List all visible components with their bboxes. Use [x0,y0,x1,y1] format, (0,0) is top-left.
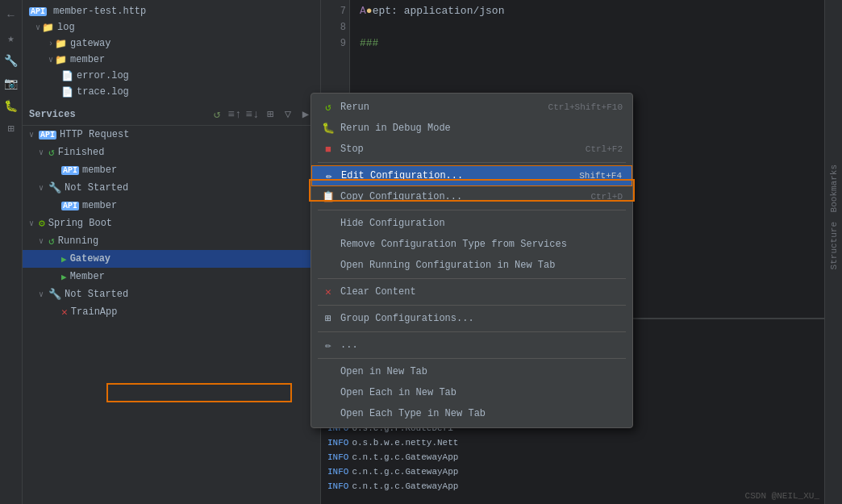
log-class-9: c.n.t.g.c.GatewayApp [352,452,458,462]
svc-not-started-1[interactable]: ∨ 🔧 Not Started [23,179,320,197]
menu-stop[interactable]: ■ Stop Ctrl+F2 [311,139,632,160]
menu-clear-content[interactable]: ✕ Clear Content [311,281,632,302]
group-btn[interactable]: ⊞ [262,106,278,123]
svc-spring-boot[interactable]: ∨ ⚙ Spring Boot [23,215,320,232]
menu-edit-config[interactable]: ✏ Edit Configuration... Shift+F4 [311,165,632,186]
rerun-shortcut: Ctrl+Shift+F10 [548,102,623,112]
sep-2 [318,210,626,210]
menu-open-new-tab[interactable]: Open in New Tab [311,361,632,382]
services-title: Services [29,109,76,120]
not-started2-label: Not Started [65,289,128,300]
context-menu: ↺ Rerun Ctrl+Shift+F10 🐛 Rerun in Debug … [311,93,633,428]
gateway-label: Gateway [70,253,110,264]
bookmark-icon[interactable]: ★ [2,29,20,47]
menu-open-running[interactable]: Open Running Configuration in New Tab [311,255,632,276]
train-app-label: TrainApp [71,306,118,318]
member-folder-label: member [70,54,105,65]
spring-boot-icon: ⚙ [39,217,45,230]
gateway-folder-arrow: › [48,40,53,48]
menu-ellipsis[interactable]: ✏ ... [311,335,632,356]
log-class-8: o.s.b.w.e.netty.Nett [352,438,458,448]
not-started2-arrow: ∨ [39,289,47,299]
tree-item-log[interactable]: ∨ 📁 log [23,19,320,35]
hash-comment: ### [360,37,378,49]
back-icon[interactable]: ← [2,6,20,24]
menu-remove-config[interactable]: Remove Configuration Type from Services [311,234,632,255]
menu-copy-config[interactable]: 📋 Copy Configuration... Ctrl+D [311,186,632,207]
http-request-label: HTTP Request [60,129,129,140]
sep-4 [318,305,626,306]
http-api-icon: API [39,131,56,140]
member-folder-icon: 📁 [55,54,67,66]
file-tree: API member-test.http ∨ 📁 log › 📁 gateway… [23,0,320,103]
camera-icon[interactable]: 📷 [2,74,20,92]
collapse-btn[interactable]: ≡↓ [244,106,261,123]
menu-hide-config[interactable]: Hide Configuration [311,213,632,234]
open-each-type-label: Open Each Type in New Tab [340,408,486,419]
edit-config-label: Edit Configuration... [341,170,463,181]
log-class-10: c.n.t.g.c.GatewayApp [352,467,458,477]
rerun-label: Rerun [340,102,369,113]
log-class-11: c.n.t.g.c.GatewayApp [352,481,458,491]
log-folder-icon: 📁 [42,22,54,34]
gateway-folder-icon: 📁 [55,38,67,50]
sep-1 [318,162,626,163]
structure-tab[interactable]: Structure [827,219,840,273]
menu-open-each-type[interactable]: Open Each Type in New Tab [311,403,632,424]
log-info-8: INFO [327,438,348,448]
refresh-btn[interactable]: ↺ [209,106,225,123]
svc-gateway[interactable]: ▶ Gateway [23,250,320,268]
edit-config-icon: ✏ [322,169,336,182]
not-started1-arrow: ∨ [39,183,47,193]
settings-icon[interactable]: 🔧 [2,52,20,69]
filter-btn[interactable]: ▽ [280,106,296,123]
svc-member-2[interactable]: API member [23,197,320,215]
left-sidebar: ← ★ 🔧 📷 🐛 ⊞ [0,0,23,504]
code-line-8 [360,19,815,35]
not-started1-icon: 🔧 [48,181,61,194]
svc-finished[interactable]: ∨ ↺ Finished [23,144,320,161]
bookmarks-tab[interactable]: Bookmarks [827,161,840,215]
svc-member-svc[interactable]: ▶ Member [23,268,320,285]
log-info-9: INFO [327,452,348,462]
tree-item-error-log[interactable]: 📄 error.log [23,68,320,84]
trace-log-label: trace.log [77,86,129,98]
svc-train-app[interactable]: ✕ TrainApp [23,303,320,321]
member2-label: member [82,200,117,211]
running-label: Running [58,235,98,247]
menu-group-configs[interactable]: ⊞ Group Configurations... [311,308,632,329]
tree-item-trace-log[interactable]: 📄 trace.log [23,84,320,100]
stop-label: Stop [340,144,364,155]
stop-icon: ■ [321,144,336,156]
tree-item-gateway-folder[interactable]: › 📁 gateway [23,35,320,52]
svc-member-1[interactable]: API member [23,161,320,179]
log-info-11: INFO [327,481,348,491]
tree-item-member-folder[interactable]: ∨ 📁 member [23,52,320,68]
menu-rerun[interactable]: ↺ Rerun Ctrl+Shift+F10 [311,97,632,118]
grid-icon[interactable]: ⊞ [2,119,20,137]
sep-5 [318,331,626,332]
expand-btn[interactable]: ≡↑ [227,106,243,123]
debug-icon[interactable]: 🐛 [2,97,20,115]
log-info-10: INFO [327,467,348,477]
svc-http-request[interactable]: ∨ API HTTP Request [23,126,320,144]
log-line-8: INFO o.s.b.w.e.netty.Nett [327,435,818,450]
spring-boot-label: Spring Boot [48,218,112,229]
ellipsis-icon: ✏ [321,339,336,352]
accept-annotation: A [360,5,366,17]
member-folder-arrow: ∨ [48,55,53,65]
rerun-debug-label: Rerun in Debug Mode [340,123,451,134]
stop-shortcut: Ctrl+F2 [586,144,623,154]
accept-label: ept: application/json [373,5,505,17]
log-line-9: INFO c.n.t.g.c.GatewayApp [327,450,818,464]
menu-open-each[interactable]: Open Each in New Tab [311,382,632,403]
menu-rerun-debug[interactable]: 🐛 Rerun in Debug Mode [311,118,632,139]
clear-content-label: Clear Content [340,286,416,298]
sep-3 [318,278,626,279]
open-running-label: Open Running Configuration in New Tab [340,260,555,271]
svc-not-started-2[interactable]: ∨ 🔧 Not Started [23,285,320,303]
watermark: CSDN @NEIL_XU_ [745,491,819,501]
error-log-label: error.log [77,70,129,81]
svc-running[interactable]: ∨ ↺ Running [23,232,320,250]
tree-item-member-test[interactable]: API member-test.http [23,3,320,19]
